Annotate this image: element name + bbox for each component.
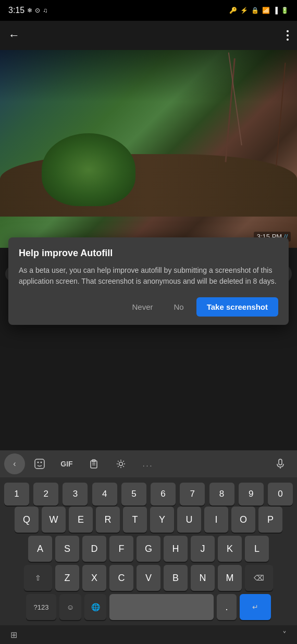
circle-icon: ⊙ <box>35 7 40 14</box>
key-e[interactable]: E <box>69 507 93 533</box>
bottom-bar: ⊞ ˅ <box>0 625 297 644</box>
take-screenshot-button[interactable]: Take screenshot <box>196 297 278 317</box>
num-123-key[interactable]: ?123 <box>26 594 56 620</box>
row-bottom: ?123 ☺ 🌐 . ↵ <box>2 594 295 620</box>
signal-icon: ▐ <box>273 7 278 14</box>
wifi-icon: 📶 <box>262 7 270 14</box>
key-0[interactable]: 0 <box>268 483 293 506</box>
grid-icon[interactable]: ⊞ <box>10 630 17 640</box>
chevron-down-icon[interactable]: ˅ <box>282 630 287 640</box>
keyboard-settings-button[interactable] <box>108 453 133 474</box>
spotify-icon: ♫ <box>43 7 47 14</box>
keyboard-toolbar: ‹ GIF ... <box>0 450 297 477</box>
app-bar: ← <box>0 21 297 50</box>
keyboard-sticker-button[interactable] <box>27 453 52 474</box>
key-w[interactable]: W <box>42 507 66 533</box>
row-qwerty: Q W E R T Y U I O P <box>2 507 295 533</box>
svg-point-1 <box>38 462 39 463</box>
key-1[interactable]: 1 <box>4 483 29 506</box>
key-4[interactable]: 4 <box>92 483 117 506</box>
keyboard-container: ‹ GIF ... <box>0 450 297 644</box>
keyboard-more-button[interactable]: ... <box>135 453 160 474</box>
dialog-overlay: Help improve Autofill As a beta user, yo… <box>0 237 297 325</box>
status-time: 3:15 <box>8 6 24 15</box>
key-p[interactable]: P <box>258 507 282 533</box>
no-button[interactable]: No <box>166 297 192 317</box>
svg-rect-0 <box>35 459 44 469</box>
never-button[interactable]: Never <box>124 297 162 317</box>
key-g[interactable]: G <box>137 536 160 562</box>
battery-icon: 🔋 <box>281 7 289 14</box>
key-5[interactable]: 5 <box>121 483 146 506</box>
clipboard-icon <box>89 459 99 469</box>
keyboard-gif-button[interactable]: GIF <box>54 453 79 474</box>
key-s[interactable]: S <box>55 536 79 562</box>
autofill-dialog: Help improve Autofill As a beta user, yo… <box>8 237 289 325</box>
key-d[interactable]: D <box>82 536 106 562</box>
key-a[interactable]: A <box>28 536 52 562</box>
status-right-icons: 🔑 ⚡ 🔒 📶 ▐ 🔋 <box>229 7 289 14</box>
key-x[interactable]: X <box>82 565 106 591</box>
garden-scene <box>0 50 297 248</box>
main-image: 3:15 PM // <box>0 50 297 248</box>
dot-3 <box>287 39 289 41</box>
key-6[interactable]: 6 <box>151 483 176 506</box>
dialog-actions: Never No Take screenshot <box>19 297 278 317</box>
keyboard-mic-button[interactable] <box>268 453 293 474</box>
key-9[interactable]: 9 <box>239 483 264 506</box>
svg-point-2 <box>41 462 42 463</box>
delete-key[interactable]: ⌫ <box>245 565 273 591</box>
svg-rect-8 <box>279 459 282 465</box>
row-asdf: A S D F G H J K L <box>2 536 295 562</box>
enter-key[interactable]: ↵ <box>240 594 271 620</box>
dot-1 <box>287 30 289 32</box>
garden-greenery <box>42 133 135 206</box>
key-y[interactable]: Y <box>150 507 174 533</box>
key-u[interactable]: U <box>177 507 201 533</box>
numbers-row: 1 2 3 4 5 6 7 8 9 0 <box>2 479 295 507</box>
key-z[interactable]: Z <box>55 565 79 591</box>
key-o[interactable]: O <box>231 507 255 533</box>
status-bar: 3:15 ❄ ⊙ ♫ 🔑 ⚡ 🔒 📶 ▐ 🔋 <box>0 0 297 21</box>
key-8[interactable]: 8 <box>209 483 234 506</box>
key-r[interactable]: R <box>96 507 120 533</box>
back-button[interactable]: ← <box>8 29 20 42</box>
globe-key[interactable]: 🌐 <box>84 594 106 620</box>
key-i[interactable]: I <box>204 507 228 533</box>
row-zxcv: ⇧ Z X C V B N M ⌫ <box>2 565 295 591</box>
key-t[interactable]: T <box>123 507 147 533</box>
gear-icon <box>116 459 126 469</box>
keyboard-clipboard-button[interactable] <box>81 453 106 474</box>
bluetooth-icon: ⚡ <box>240 7 248 14</box>
keyboard-keys: 1 2 3 4 5 6 7 8 9 0 Q W E R T Y U I O P … <box>0 477 297 625</box>
key-n[interactable]: N <box>191 565 215 591</box>
emoji-key[interactable]: ☺ <box>59 594 81 620</box>
dot-2 <box>287 34 289 36</box>
more-options-button[interactable] <box>287 30 289 41</box>
key-h[interactable]: H <box>164 536 188 562</box>
key-j[interactable]: J <box>191 536 215 562</box>
lock-icon: 🔒 <box>251 7 259 14</box>
keyboard-back-button[interactable]: ‹ <box>4 453 25 474</box>
key-b[interactable]: B <box>164 565 188 591</box>
key-l[interactable]: L <box>245 536 269 562</box>
key-f[interactable]: F <box>109 536 133 562</box>
key-icon: 🔑 <box>229 7 237 14</box>
shift-key[interactable]: ⇧ <box>24 565 52 591</box>
key-q[interactable]: Q <box>15 507 39 533</box>
key-7[interactable]: 7 <box>180 483 205 506</box>
key-m[interactable]: M <box>218 565 242 591</box>
mic-icon <box>275 458 286 470</box>
dialog-body: As a beta user, you can help improve aut… <box>19 265 278 287</box>
snowflake-icon: ❄ <box>27 7 32 14</box>
main-image-container: 3:15 PM // <box>0 50 297 248</box>
key-3[interactable]: 3 <box>63 483 88 506</box>
svg-point-7 <box>119 462 123 466</box>
space-key[interactable] <box>109 594 214 620</box>
key-c[interactable]: C <box>109 565 133 591</box>
key-2[interactable]: 2 <box>33 483 58 506</box>
period-key[interactable]: . <box>217 594 237 620</box>
key-v[interactable]: V <box>137 565 160 591</box>
status-left-icons: 3:15 ❄ ⊙ ♫ <box>8 6 47 15</box>
key-k[interactable]: K <box>218 536 242 562</box>
